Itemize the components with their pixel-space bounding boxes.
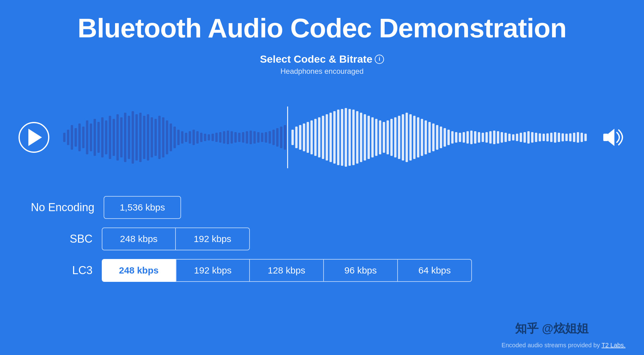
svg-rect-34 xyxy=(192,130,195,145)
svg-rect-44 xyxy=(231,131,233,144)
svg-rect-78 xyxy=(360,113,362,162)
no-encoding-row: No Encoding 1,536 kbps xyxy=(31,196,613,219)
svg-rect-28 xyxy=(170,123,172,151)
info-icon[interactable]: i xyxy=(375,55,384,64)
waveform-section xyxy=(19,88,625,187)
svg-rect-14 xyxy=(116,114,119,161)
svg-rect-12 xyxy=(109,116,111,159)
svg-rect-5 xyxy=(82,127,85,148)
volume-icon[interactable] xyxy=(601,125,625,150)
svg-rect-13 xyxy=(113,119,115,156)
svg-rect-117 xyxy=(508,134,511,141)
footer-link[interactable]: T2 Labs. xyxy=(601,342,625,349)
codec-section: No Encoding 1,536 kbps SBC 248 kbps 192 … xyxy=(19,196,625,282)
svg-rect-112 xyxy=(489,131,492,144)
svg-rect-15 xyxy=(120,117,123,157)
svg-rect-32 xyxy=(185,133,187,142)
svg-rect-85 xyxy=(386,120,389,154)
svg-rect-37 xyxy=(204,134,206,141)
svg-rect-17 xyxy=(128,116,130,159)
svg-rect-52 xyxy=(261,133,263,142)
svg-rect-99 xyxy=(440,127,442,148)
svg-rect-83 xyxy=(379,120,382,154)
footer-text: Encoded audio streams provided by xyxy=(502,342,600,349)
svg-rect-93 xyxy=(417,117,419,157)
bitrate-btn-no-encoding-1536[interactable]: 1,536 kbps xyxy=(104,196,181,219)
svg-rect-79 xyxy=(364,114,366,161)
svg-rect-2 xyxy=(71,125,73,150)
svg-rect-56 xyxy=(276,128,279,147)
svg-rect-127 xyxy=(546,133,549,141)
svg-rect-40 xyxy=(215,133,218,142)
svg-rect-24 xyxy=(155,119,157,156)
waveform-container xyxy=(62,106,588,168)
svg-rect-4 xyxy=(78,123,81,151)
page-title: Bluetooth Audio Codec Demonstration xyxy=(78,12,567,44)
svg-rect-0 xyxy=(63,133,66,142)
bitrate-btn-lc3-64[interactable]: 64 kbps xyxy=(398,259,472,282)
bitrate-btn-lc3-248[interactable]: 248 kbps xyxy=(102,259,176,282)
svg-rect-18 xyxy=(132,111,134,164)
svg-rect-124 xyxy=(535,133,537,142)
svg-rect-47 xyxy=(242,132,245,143)
bitrate-btn-sbc-192[interactable]: 192 kbps xyxy=(176,228,250,250)
svg-rect-1 xyxy=(67,130,69,145)
svg-rect-19 xyxy=(135,114,138,161)
svg-rect-70 xyxy=(329,113,332,162)
no-encoding-label: No Encoding xyxy=(31,201,94,214)
svg-rect-89 xyxy=(402,114,404,161)
svg-rect-116 xyxy=(505,133,507,142)
svg-rect-20 xyxy=(139,113,142,162)
bitrate-btn-lc3-192[interactable]: 192 kbps xyxy=(176,259,250,282)
svg-rect-61 xyxy=(295,127,298,148)
svg-rect-45 xyxy=(234,132,237,143)
svg-rect-88 xyxy=(398,116,400,159)
svg-rect-57 xyxy=(280,127,283,148)
svg-rect-39 xyxy=(212,134,214,141)
svg-rect-96 xyxy=(428,122,431,153)
svg-rect-67 xyxy=(318,117,320,157)
svg-rect-87 xyxy=(394,117,397,157)
svg-rect-10 xyxy=(101,117,104,157)
bitrate-btn-lc3-128[interactable]: 128 kbps xyxy=(250,259,324,282)
svg-rect-115 xyxy=(501,132,503,143)
svg-rect-64 xyxy=(307,122,309,153)
svg-rect-132 xyxy=(565,134,568,141)
footer: Encoded audio streams provided by T2 Lab… xyxy=(502,342,625,349)
page-container: Bluetooth Audio Codec Demonstration Sele… xyxy=(0,0,644,355)
svg-rect-101 xyxy=(448,130,450,145)
svg-rect-11 xyxy=(105,120,107,154)
no-encoding-bitrates: 1,536 kbps xyxy=(104,196,181,219)
svg-rect-114 xyxy=(497,131,499,144)
svg-rect-103 xyxy=(455,132,457,143)
svg-rect-73 xyxy=(341,109,343,166)
svg-rect-95 xyxy=(425,120,427,154)
bitrate-btn-sbc-248[interactable]: 248 kbps xyxy=(102,228,176,250)
svg-rect-7 xyxy=(90,123,92,151)
svg-rect-126 xyxy=(543,134,545,141)
svg-rect-3 xyxy=(75,128,77,147)
svg-rect-72 xyxy=(337,110,340,165)
svg-rect-21 xyxy=(143,116,146,159)
svg-rect-43 xyxy=(227,131,229,144)
svg-rect-46 xyxy=(238,133,241,142)
svg-rect-109 xyxy=(478,132,480,143)
bitrate-btn-lc3-96[interactable]: 96 kbps xyxy=(324,259,398,282)
sbc-bitrates: 248 kbps 192 kbps xyxy=(102,228,250,250)
svg-rect-69 xyxy=(326,114,328,161)
svg-rect-75 xyxy=(349,109,351,166)
svg-rect-102 xyxy=(451,131,454,144)
svg-rect-129 xyxy=(554,132,556,143)
svg-rect-121 xyxy=(523,132,526,143)
svg-rect-118 xyxy=(512,134,514,140)
svg-rect-77 xyxy=(356,111,359,164)
svg-rect-48 xyxy=(246,131,248,144)
svg-rect-81 xyxy=(371,117,374,157)
subtitle-section: Select Codec & Bitrate i Headphones enco… xyxy=(260,53,384,76)
svg-rect-104 xyxy=(459,133,461,142)
svg-rect-92 xyxy=(413,116,416,159)
svg-rect-123 xyxy=(531,132,534,143)
play-button[interactable] xyxy=(19,122,49,153)
svg-rect-131 xyxy=(562,133,564,141)
svg-rect-111 xyxy=(485,132,488,143)
